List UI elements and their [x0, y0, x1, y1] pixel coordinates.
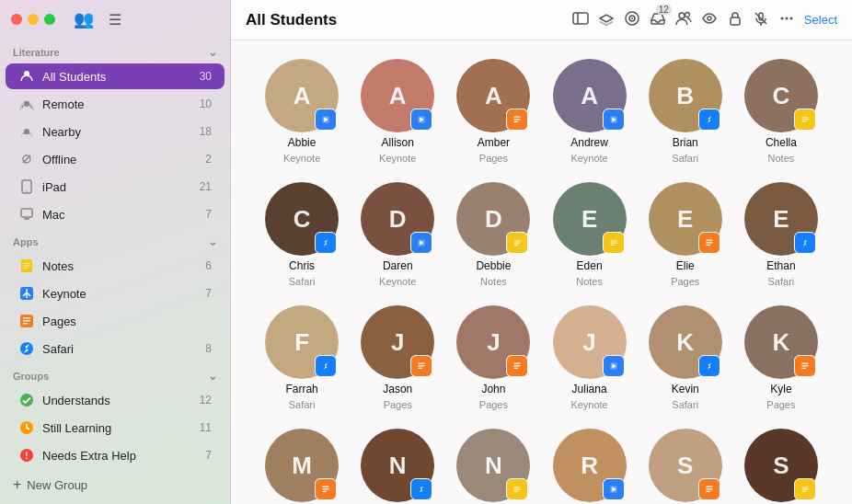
svg-point-49: [704, 114, 715, 125]
svg-rect-45: [514, 121, 518, 122]
student-card[interactable]: J Juliana Keynote: [546, 305, 632, 410]
svg-point-29: [708, 17, 711, 20]
svg-point-28: [685, 12, 689, 17]
student-app: Notes: [768, 153, 795, 164]
student-name: Daren: [383, 259, 413, 272]
traffic-lights: [11, 14, 55, 25]
safari-app-icon: [18, 340, 35, 357]
student-card[interactable]: C Chris Safari: [259, 182, 345, 287]
sidebar: 👥 ☰ Literature ⌄ All Students 30 Remote …: [0, 0, 231, 504]
svg-point-26: [631, 17, 633, 19]
inbox-icon[interactable]: 12: [650, 10, 666, 30]
app-badge: [794, 232, 816, 254]
page-title: All Students: [246, 11, 565, 29]
pages-app-icon: [18, 313, 35, 329]
student-card[interactable]: E Elie Pages: [642, 182, 729, 287]
app-badge: [506, 232, 528, 254]
target-icon[interactable]: [624, 10, 640, 30]
sidebar-item-ipad[interactable]: iPad 21: [6, 174, 225, 200]
avatar-wrap: S: [744, 429, 818, 502]
student-card[interactable]: S Samara Pages: [642, 429, 729, 504]
svg-rect-77: [514, 363, 521, 364]
offline-icon: [18, 151, 35, 167]
all-students-icon: [18, 68, 35, 85]
svg-point-18: [20, 394, 33, 407]
sidebar-item-nearby[interactable]: Nearby 18: [6, 119, 225, 144]
student-app: Safari: [768, 276, 795, 287]
student-card[interactable]: K Kyle Pages: [738, 305, 824, 410]
sidebar-item-needs-extra-help[interactable]: ! Needs Extra Help 7: [6, 442, 225, 468]
student-card[interactable]: R Raffi Keynote: [546, 429, 632, 504]
svg-rect-64: [610, 243, 616, 244]
student-card[interactable]: F Farrah Safari: [259, 305, 345, 410]
student-card[interactable]: A Andrew Keynote: [546, 59, 632, 164]
student-card[interactable]: S Sarah Notes: [738, 429, 824, 504]
sidebar-item-offline[interactable]: Offline 2: [6, 146, 225, 172]
close-button[interactable]: [11, 14, 22, 25]
svg-point-83: [704, 361, 715, 372]
student-name: Chella: [766, 136, 797, 149]
sidebar-toggle-icon[interactable]: [572, 10, 589, 30]
student-card[interactable]: M Matthew Pages: [259, 429, 345, 504]
student-card[interactable]: B Brian Safari: [642, 59, 729, 164]
student-card[interactable]: D Daren Keynote: [354, 182, 441, 287]
lock-icon[interactable]: [727, 10, 743, 30]
people-icon[interactable]: [675, 10, 692, 30]
student-app: Keynote: [379, 276, 416, 287]
list-icon[interactable]: ☰: [109, 11, 121, 29]
student-card[interactable]: A Amber Pages: [450, 59, 536, 164]
student-card[interactable]: N Nicole Notes: [450, 429, 536, 504]
app-badge: [506, 109, 528, 131]
more-icon[interactable]: [778, 10, 795, 30]
student-card[interactable]: A Allison Keynote: [354, 59, 441, 164]
sidebar-item-mac[interactable]: Mac 7: [6, 201, 225, 227]
svg-rect-74: [419, 365, 425, 366]
student-app: Safari: [289, 276, 316, 287]
app-badge: [794, 478, 816, 500]
svg-rect-94: [514, 487, 521, 487]
avatar-wrap: F: [265, 305, 339, 379]
sidebar-item-notes[interactable]: Notes 6: [6, 253, 225, 279]
avatar-wrap: A: [456, 59, 530, 132]
student-card[interactable]: J Jason Pages: [354, 305, 441, 410]
student-app: Pages: [671, 276, 699, 287]
student-card[interactable]: A Abbie Keynote: [259, 59, 345, 164]
sidebar-item-still-learning[interactable]: Still Learning 11: [6, 415, 225, 441]
sidebar-item-remote[interactable]: Remote 10: [6, 91, 225, 117]
select-button[interactable]: Select: [804, 13, 837, 27]
mic-off-icon[interactable]: [753, 10, 769, 30]
student-card[interactable]: N Nerio Safari: [354, 429, 441, 504]
app-badge: [603, 478, 625, 500]
new-group-button[interactable]: + New Group: [0, 469, 230, 504]
app-badge: [603, 109, 625, 131]
eye-icon[interactable]: [701, 10, 718, 30]
svg-rect-51: [801, 117, 808, 118]
student-card[interactable]: E Eden Notes: [546, 182, 632, 287]
avatar-wrap: E: [649, 182, 722, 256]
app-badge: [698, 232, 720, 254]
sidebar-item-keynote[interactable]: Keynote 7: [6, 281, 225, 306]
app-badge: [794, 355, 816, 377]
student-card[interactable]: E Ethan Safari: [738, 182, 824, 287]
toolbar: All Students 12: [231, 0, 852, 40]
student-card[interactable]: D Debbie Notes: [450, 182, 536, 287]
svg-rect-105: [801, 487, 808, 487]
student-app: Pages: [384, 399, 412, 410]
student-card[interactable]: J John Pages: [450, 305, 536, 410]
svg-rect-44: [514, 119, 521, 120]
sidebar-item-understands[interactable]: Understands 12: [6, 387, 225, 413]
minimize-button[interactable]: [28, 14, 39, 25]
student-card[interactable]: C Chella Notes: [738, 59, 824, 164]
maximize-button[interactable]: [44, 14, 55, 25]
layers-icon[interactable]: [598, 10, 615, 30]
app-badge: [794, 109, 816, 131]
sidebar-item-safari[interactable]: Safari 8: [6, 336, 225, 361]
sidebar-item-pages[interactable]: Pages: [6, 308, 225, 334]
svg-rect-90: [323, 488, 329, 489]
app-badge: [410, 232, 432, 254]
people-icon[interactable]: 👥: [74, 9, 94, 29]
sidebar-topbar: 👥 ☰: [0, 0, 230, 39]
student-card[interactable]: K Kevin Safari: [642, 305, 729, 410]
avatar-wrap: D: [361, 182, 434, 256]
sidebar-item-all-students[interactable]: All Students 30: [6, 63, 225, 89]
